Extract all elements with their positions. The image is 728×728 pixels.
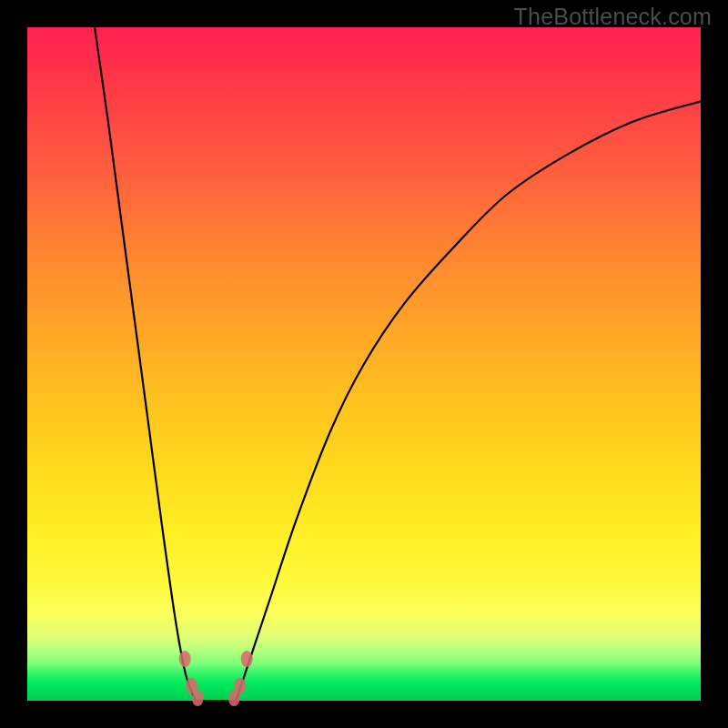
plot-area xyxy=(27,27,701,701)
watermark-text: TheBottleneck.com xyxy=(514,4,712,30)
chart-frame: TheBottleneck.com xyxy=(0,0,728,728)
threshold-marker xyxy=(179,651,191,667)
bottleneck-curve xyxy=(95,27,701,703)
marker-group xyxy=(179,651,253,706)
chart-svg xyxy=(27,27,701,701)
threshold-marker xyxy=(241,651,253,667)
threshold-marker xyxy=(192,690,204,706)
threshold-marker xyxy=(234,678,246,694)
